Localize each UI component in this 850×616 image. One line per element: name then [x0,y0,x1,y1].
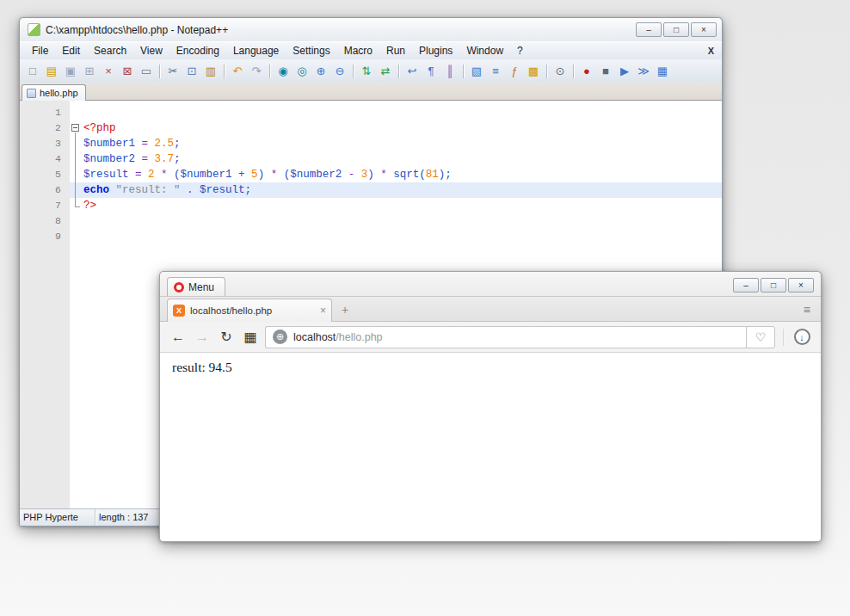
code-token: = [142,138,155,150]
new-tab-button[interactable]: + [337,302,353,317]
zoom-out-icon[interactable]: ⊖ [331,63,348,79]
folder-as-workspace-icon[interactable]: ▩ [525,63,542,79]
menu-item-edit[interactable]: Edit [55,42,87,60]
document-map-icon[interactable]: ▧ [468,63,485,79]
sync-horizontal-icon[interactable]: ⇄ [377,63,394,79]
close-icon[interactable]: × [100,63,117,79]
page-content[interactable]: result: 94.5 [160,353,821,541]
code-token: $result [83,169,135,181]
function-list-icon[interactable]: ƒ [506,63,523,79]
code-token: * [161,169,174,181]
menu-item-encoding[interactable]: Encoding [169,42,226,60]
menu-item-run[interactable]: Run [379,42,412,60]
menu-item-language[interactable]: Language [226,42,286,60]
show-all-characters-icon[interactable]: ¶ [422,63,440,79]
menu-item-view[interactable]: View [133,42,169,60]
opera-window-controls: –□× [733,278,814,293]
code-token: - [348,169,361,181]
code-token: ; [174,153,181,165]
opera-titlebar[interactable]: Menu –□× [160,272,821,296]
tab-close-icon[interactable]: × [320,305,326,316]
menu-item-settings[interactable]: Settings [286,42,336,60]
close-all-icon[interactable]: ⊠ [119,63,136,79]
back-button[interactable]: ← [169,328,188,347]
menu-item-help[interactable]: ? [510,42,530,60]
notepad-titlebar[interactable]: C:\xampp\htdocs\hello.php - Notepad++ –□… [20,18,722,41]
tab-hello-php[interactable]: hello.php [22,84,86,101]
code-token: ) [258,169,271,181]
code-line[interactable]: 2<?php [20,120,722,136]
code-line[interactable]: 1 [20,105,722,120]
monitoring-icon[interactable]: ⊙ [551,63,569,79]
find-icon[interactable]: ◉ [274,63,292,79]
site-badge-icon[interactable]: ⊕ [273,330,287,344]
macro-save-icon[interactable]: ▦ [654,63,671,79]
reload-button[interactable]: ↻ [217,328,236,347]
code-line[interactable]: 9 [20,229,722,244]
maximize-button[interactable]: □ [761,278,786,293]
fold-margin [70,198,82,213]
menu-close-button[interactable]: X [708,42,714,60]
menu-item-search[interactable]: Search [87,42,133,60]
code-token: ( [419,169,426,181]
toolbar-separator [159,65,160,78]
fold-margin [70,105,82,120]
macro-run-multiple-icon[interactable]: ≫ [635,63,652,79]
minimize-button[interactable]: – [636,22,662,37]
opera-window: Menu –□× X localhost/hello.php × + ≡ ← →… [159,271,822,542]
save-icon[interactable]: ▣ [62,63,79,79]
fold-collapse-icon[interactable] [70,120,82,136]
show-indent-guide-icon[interactable]: ║ [441,63,459,79]
menu-item-plugins[interactable]: Plugins [412,42,459,60]
macro-play-icon[interactable]: ▶ [616,63,633,79]
code-line[interactable]: 3$number1 = 2.5; [20,136,722,151]
bookmark-heart-button[interactable]: ♡ [746,326,775,348]
address-text: localhost/hello.php [293,331,383,343]
maximize-button[interactable]: □ [663,22,689,37]
code-token: ; [174,138,181,150]
browser-tab[interactable]: X localhost/hello.php × [167,299,332,322]
desktop: C:\xampp\htdocs\hello.php - Notepad++ –□… [0,0,850,616]
toolbar-separator [353,65,354,78]
opera-menu-button[interactable]: Menu [167,277,225,296]
code-token: ; [245,184,252,196]
tab-menu-icon[interactable]: ≡ [804,303,810,317]
toolbar-separator [573,65,574,78]
macro-record-icon[interactable]: ● [578,63,595,79]
replace-icon[interactable]: ◎ [293,63,311,79]
new-file-icon[interactable]: □ [24,63,41,79]
print-icon[interactable]: ▭ [138,63,155,79]
code-text: echo "result: " . $result; [82,182,722,198]
forward-button[interactable]: → [193,328,212,347]
open-file-icon[interactable]: ▤ [43,63,60,79]
minimize-button[interactable]: – [733,278,759,293]
menu-item-macro[interactable]: Macro [337,42,379,60]
code-token: * [380,169,393,181]
code-line[interactable]: 4$number2 = 3.7; [20,151,722,167]
zoom-in-icon[interactable]: ⊕ [312,63,330,79]
downloads-button[interactable]: ↓ [791,327,812,348]
redo-icon[interactable]: ↷ [248,63,265,79]
undo-icon[interactable]: ↶ [229,63,246,79]
macro-stop-icon[interactable]: ■ [597,63,614,79]
address-path: /hello.php [336,331,382,343]
paste-icon[interactable]: ▥ [202,63,219,79]
close-button[interactable]: × [788,278,814,293]
code-line[interactable]: 6echo "result: " . $result; [20,182,722,198]
cut-icon[interactable]: ✂ [164,63,182,79]
toolbar-separator [463,65,464,78]
code-line[interactable]: 8 [20,213,722,229]
address-host: localhost [293,331,336,343]
menu-item-window[interactable]: Window [459,42,510,60]
code-line[interactable]: 5$result = 2 * ($number1 + 5) * ($number… [20,167,722,182]
code-line[interactable]: 7?> [20,198,722,213]
copy-icon[interactable]: ⊡ [183,63,200,79]
menu-item-file[interactable]: File [25,42,55,60]
word-wrap-icon[interactable]: ↩ [403,63,421,79]
sync-vertical-icon[interactable]: ⇅ [358,63,375,79]
address-bar[interactable]: ⊕ localhost/hello.php [265,326,746,348]
speed-dial-button[interactable]: ▦ [241,328,260,347]
close-button[interactable]: × [691,22,717,37]
save-all-icon[interactable]: ⊞ [81,63,98,79]
document-list-icon[interactable]: ≡ [487,63,504,79]
